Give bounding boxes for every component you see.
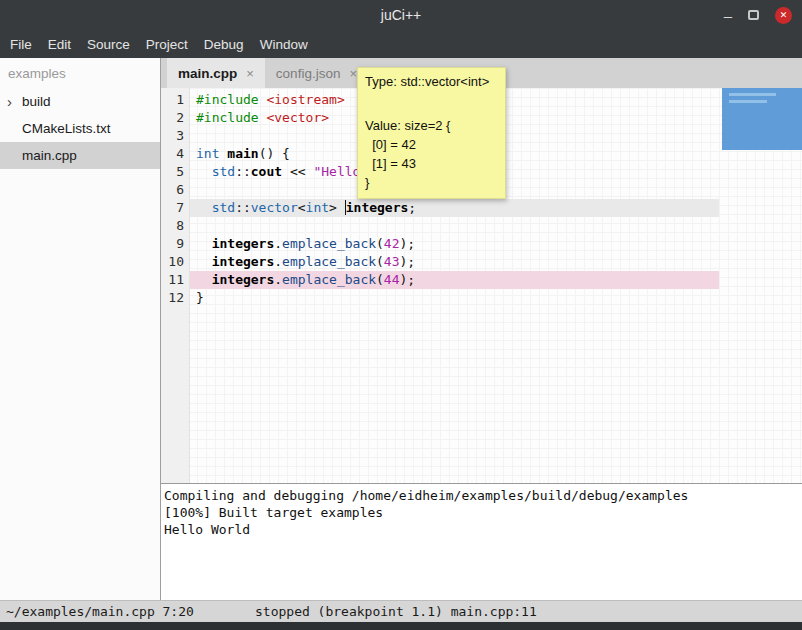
code-token: <vector> <box>266 110 329 125</box>
sidebar-item-cmakelists-txt[interactable]: CMakeLists.txt <box>0 115 160 142</box>
menu-item-file[interactable]: File <box>10 37 32 52</box>
code-token: 42 <box>384 236 400 251</box>
code-token: emplace_back <box>282 236 376 251</box>
code-token: integers <box>212 254 275 269</box>
code-line-12[interactable]: } <box>190 289 719 307</box>
statusbar: ~/examples/main.cpp 7:20 stopped (breakp… <box>0 600 802 622</box>
chevron-right-icon: › <box>7 94 22 109</box>
code-token: < <box>298 200 306 215</box>
line-number-11[interactable]: 11 <box>161 271 184 289</box>
code-token: ( <box>376 272 384 287</box>
bottom-strip <box>0 622 802 630</box>
code-token: ( <box>376 254 384 269</box>
line-number-3[interactable]: 3 <box>161 127 184 145</box>
sidebar-item-build[interactable]: ›build <box>0 88 160 115</box>
sidebar-item-label: CMakeLists.txt <box>22 121 111 136</box>
overview-line <box>729 100 767 103</box>
code-token: } <box>196 290 204 305</box>
window-controls: – ✕ <box>724 0 792 30</box>
code-token: :: <box>235 164 251 179</box>
code-token: integers <box>212 272 275 287</box>
line-number-10[interactable]: 10 <box>161 253 184 271</box>
code-token: int <box>306 200 329 215</box>
menu-item-window[interactable]: Window <box>260 37 308 52</box>
line-number-9[interactable]: 9 <box>161 235 184 253</box>
line-number-8[interactable]: 8 <box>161 217 184 235</box>
gutter: 123456789101112 <box>161 88 190 483</box>
code-token <box>196 254 212 269</box>
terminal-line: [100%] Built target examples <box>164 504 802 521</box>
code-token: std <box>212 200 235 215</box>
sidebar-header: examples <box>0 58 160 88</box>
code-token: > <box>329 200 345 215</box>
sidebar-item-main-cpp[interactable]: main.cpp <box>0 142 160 169</box>
tooltip-value-line: [0] = 42 <box>365 135 498 154</box>
code-token: emplace_back <box>282 254 376 269</box>
tooltip-value-lines: Value: size=2 { [0] = 42 [1] = 43} <box>365 116 498 192</box>
close-icon[interactable]: ✕ <box>775 7 792 24</box>
code-token <box>196 200 212 215</box>
code-token: ; <box>408 200 416 215</box>
tab-label: config.json <box>276 66 341 81</box>
code-token: << <box>282 164 313 179</box>
line-number-7[interactable]: 7 <box>161 199 184 217</box>
code-token: #include <box>196 92 259 107</box>
code-token: cout <box>251 164 282 179</box>
code-line-10[interactable]: integers.emplace_back(43); <box>190 253 719 271</box>
menu-item-debug[interactable]: Debug <box>204 37 244 52</box>
line-number-12[interactable]: 12 <box>161 289 184 307</box>
code-token: ); <box>400 272 416 287</box>
tab-close-icon[interactable]: × <box>349 66 357 81</box>
code-token: () { <box>259 146 290 161</box>
code-token: . <box>274 254 282 269</box>
code-token: ); <box>400 236 416 251</box>
terminal-output[interactable]: Compiling and debugging /home/eidheim/ex… <box>161 484 802 600</box>
maximize-icon[interactable] <box>748 10 759 20</box>
line-number-1[interactable]: 1 <box>161 91 184 109</box>
tab-config-json[interactable]: config.json× <box>265 58 368 88</box>
code-line-11[interactable]: integers.emplace_back(44); <box>190 271 719 289</box>
minimize-icon[interactable]: – <box>724 8 732 23</box>
code-token: . <box>274 236 282 251</box>
code-token: std <box>212 164 235 179</box>
menu-item-edit[interactable]: Edit <box>48 37 71 52</box>
code-token: . <box>274 272 282 287</box>
line-number-6[interactable]: 6 <box>161 181 184 199</box>
code-line-7[interactable]: std::vector<int> integers; <box>190 199 719 217</box>
code-token <box>196 272 212 287</box>
scroll-overview[interactable] <box>722 88 802 150</box>
code-token: #include <box>196 110 259 125</box>
code-token: emplace_back <box>282 272 376 287</box>
line-number-2[interactable]: 2 <box>161 109 184 127</box>
menubar: FileEditSourceProjectDebugWindow <box>0 30 802 58</box>
code-token: int <box>196 146 219 161</box>
code-token: ( <box>376 236 384 251</box>
code-token: <iostream> <box>266 92 344 107</box>
menu-item-project[interactable]: Project <box>146 37 188 52</box>
file-tree: ›buildCMakeLists.txtmain.cpp <box>0 88 160 169</box>
code-token: main <box>227 146 258 161</box>
sidebar-item-label: main.cpp <box>22 148 77 163</box>
code-line-8[interactable] <box>190 217 719 235</box>
tooltip-value-line: Value: size=2 { <box>365 116 498 135</box>
app-window: juCi++ – ✕ FileEditSourceProjectDebugWin… <box>0 0 802 630</box>
code-token: 44 <box>384 272 400 287</box>
sidebar-item-label: build <box>22 94 51 109</box>
window-title: juCi++ <box>381 7 421 23</box>
terminal-line: Hello World <box>164 521 802 538</box>
tab-close-icon[interactable]: × <box>246 66 254 81</box>
line-number-4[interactable]: 4 <box>161 145 184 163</box>
line-number-5[interactable]: 5 <box>161 163 184 181</box>
tab-label: main.cpp <box>178 66 237 81</box>
overview-line <box>729 93 776 96</box>
status-debug-state: stopped (breakpoint 1.1) main.cpp:11 <box>255 604 537 619</box>
debug-value-tooltip: Type: std::vector<int> Value: size=2 { [… <box>357 67 506 199</box>
sidebar: examples ›buildCMakeLists.txtmain.cpp <box>0 58 161 600</box>
code-token <box>196 164 212 179</box>
code-token: vector <box>251 200 298 215</box>
tooltip-value-line: } <box>365 173 498 192</box>
code-line-9[interactable]: integers.emplace_back(42); <box>190 235 719 253</box>
tab-main-cpp[interactable]: main.cpp× <box>167 58 265 88</box>
code-token: integers <box>346 200 409 215</box>
menu-item-source[interactable]: Source <box>87 37 130 52</box>
